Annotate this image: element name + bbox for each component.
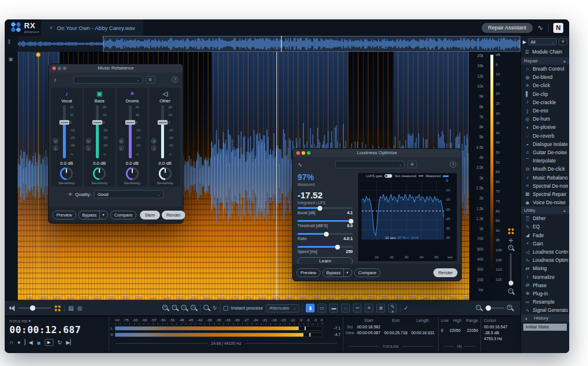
fader-handle[interactable] [158,120,168,125]
help-icon[interactable]: ? [450,161,456,168]
apply-check-icon[interactable]: ✓ [403,305,408,311]
spectrogram-colorbar[interactable] [490,55,493,283]
module-item-mouth-de-click[interactable]: ʘMouth De-click [521,165,569,173]
slider-track[interactable] [298,246,353,248]
module-item-dialogue-isolate[interactable]: ◒Dialogue Isolate [521,140,569,148]
marker-dot[interactable] [36,52,41,57]
tab-close-icon[interactable]: × [49,25,53,31]
h-zoom-handle[interactable] [486,305,491,311]
dialog-titlebar[interactable]: Loudness Optimize [293,149,461,157]
module-item-de-bleed[interactable]: ◍De-bleed [521,73,569,81]
bypass-dropdown-icon[interactable]: ▾ [99,211,104,219]
h-zoom-in-icon[interactable]: + [507,305,513,311]
preview-button[interactable]: Preview [52,211,76,219]
rx-monitor-icon[interactable] [55,305,61,311]
module-item-de-click[interactable]: ✳De-click [521,81,569,89]
vertical-zoom-handle[interactable] [509,281,513,285]
sensitivity-knob[interactable] [126,167,139,180]
solo-button[interactable]: S [119,145,124,151]
module-item-normalize[interactable]: ↕Normalize [521,273,569,281]
overview-handles-icon[interactable]: ⟨⟩ [8,39,9,45]
dialog-titlebar[interactable]: Music Rebalance [49,64,183,72]
module-item-dither[interactable]: ▒Dither [521,214,569,222]
module-menu-icon[interactable]: ≡ [559,38,567,45]
minimize-window-icon[interactable] [302,151,305,155]
minimize-window-icon[interactable] [58,66,61,70]
preview-button[interactable]: Preview [296,268,320,277]
module-item-resample[interactable]: ∾Resample [521,298,569,306]
loop-button[interactable]: ↻ [58,340,62,345]
h-zoom-slider[interactable] [485,307,505,309]
mute-button[interactable]: M [119,138,124,144]
module-item-de-ess[interactable]: ʃDe-ess [521,107,569,115]
module-item-loudness-control[interactable]: ◁Loudness Control [521,248,569,256]
slider-track[interactable] [298,220,353,222]
zoom-history-icon[interactable]: ↻ [213,305,217,311]
slider-track[interactable] [298,207,353,209]
record-button[interactable]: ● [17,340,20,345]
vertical-zoom-in-icon[interactable]: + [507,245,515,252]
module-item-de-hum[interactable]: ◎De-hum [521,115,569,123]
fader-handle[interactable] [92,120,102,125]
module-item-voice-de-noise[interactable]: ◉Voice De-noise [521,198,569,207]
module-item-spectral-repair[interactable]: ▦Spectral Repair [521,190,569,198]
target-panel-icon[interactable]: ◎ [77,305,82,311]
zoom-all-button[interactable]: ⌂ [191,305,197,311]
docking-icon[interactable]: ▣ [5,56,17,62]
module-item-de-reverb[interactable]: ◌De-reverb [521,132,569,140]
gain-fader[interactable]: 20100-10-20-30-∞MS [84,105,115,159]
instant-process-checkbox[interactable] [223,306,228,311]
lufs-gate-toggle[interactable] [385,174,392,178]
solo-button[interactable]: S [86,145,91,151]
history-header[interactable]: ▲ History [521,314,569,322]
module-item-de-crackle[interactable]: ≀De-crackle [521,98,569,107]
frequency-ruler[interactable]: 20k16k12k10k9k8k7k6k5k4.5k4k3.5k3k2.5k2k… [469,52,486,300]
zoom-in-button[interactable]: + [162,305,169,311]
module-item-breath-control[interactable]: ∩Breath Control [521,65,569,73]
magnifier-tool-button[interactable] [203,305,210,311]
sensitivity-knob[interactable] [159,167,172,180]
collapse-icon[interactable]: ▲ [563,209,566,212]
compare-button[interactable]: Compare [110,211,136,219]
module-item-signal-generator[interactable]: ∿Signal Generator [521,306,569,314]
slider-handle[interactable] [335,245,340,249]
preset-menu-icon[interactable]: ≡ [407,161,417,168]
bypass-dropdown-icon[interactable]: ▾ [343,269,348,277]
module-filter-select[interactable]: All⌄ [528,38,557,45]
module-item-music-rebalance[interactable]: ♪Music Rebalance [521,173,569,181]
close-window-icon[interactable] [52,66,56,70]
slider-track[interactable] [298,233,353,235]
time-format-label[interactable]: h:m:s.ms ▾ [9,318,31,324]
module-item-guitar-de-noise[interactable]: ♫Guitar De-noise [521,148,569,157]
section-header-repair[interactable]: Repair▲ [521,57,569,65]
go-to-end-button[interactable]: ▶▏ [66,340,74,345]
module-item-loudness-optimize[interactable]: ∿Loudness Optimize [521,256,569,264]
time-frequency-selection-tool[interactable]: ▭ [318,304,326,312]
sensitivity-knob[interactable] [93,167,106,180]
clipboard-panel-icon[interactable]: ▤ [68,305,74,311]
module-item-eq[interactable]: ∿EQ [521,222,569,231]
collapse-icon[interactable]: ▲ [524,317,528,320]
module-item-de-plosive[interactable]: ◖De-plosive [521,123,569,131]
h-zoom-out-icon[interactable]: − [476,305,482,311]
zoom-selection-button[interactable]: ▫ [181,305,188,311]
module-item-de-clip[interactable]: ▌De-clip [521,90,569,98]
compare-button[interactable]: Compare [354,268,380,277]
go-to-start-button[interactable]: ▏◀ [25,340,33,345]
process-mode-select[interactable]: Attenuate⌄ [266,304,299,312]
module-item-fade[interactable]: ◢Fade [521,231,569,239]
volume-slider[interactable] [18,307,51,309]
solo-button[interactable]: S [151,145,156,151]
preset-select[interactable]: ⌄ [74,76,143,84]
repair-assistant-button[interactable]: Repair Assistant [482,23,533,33]
render-button[interactable]: Render [162,211,186,219]
spectrogram-settings-icon[interactable] [507,228,515,235]
zoom-window-icon[interactable] [307,151,310,155]
module-item-phase[interactable]: ØPhase [521,281,569,290]
render-button[interactable]: Render [433,268,457,277]
module-item-spectral-de-noise[interactable]: ≈Spectral De-noise [521,182,569,190]
volume-handle[interactable] [30,305,35,311]
gain-fader[interactable]: 20100-10-20-30-∞MS [117,105,148,159]
slider-handle[interactable] [349,219,353,224]
mute-button[interactable]: M [151,138,156,144]
